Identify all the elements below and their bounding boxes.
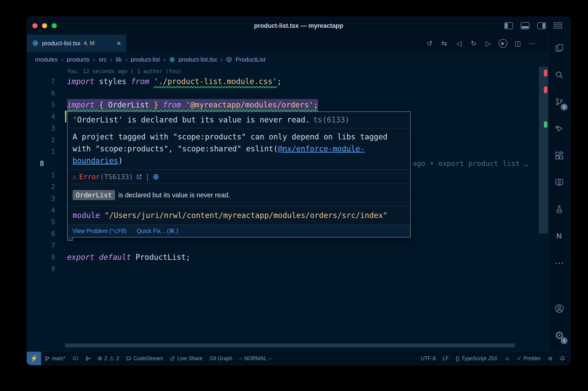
status-bar: ⚡ main*	[27, 352, 570, 365]
braces-icon: {}	[456, 355, 459, 362]
code-line[interactable]: 9	[27, 263, 548, 275]
line-number[interactable]: 6	[27, 87, 67, 99]
statusbar-git-graph[interactable]: Git Graph	[206, 352, 236, 365]
statusbar-language[interactable]: {} TypeScript JSX	[452, 352, 501, 365]
remote-explorer-icon[interactable]	[548, 169, 570, 196]
statusbar-git-graph-button[interactable]	[82, 352, 94, 365]
statusbar-announcement[interactable]	[544, 352, 556, 365]
line-number[interactable]: 8	[27, 158, 67, 169]
popup-resize-grip[interactable]	[68, 237, 73, 241]
breadcrumb-item-products[interactable]: products	[67, 56, 90, 63]
settings-gear-icon[interactable]: ⚙ 1	[548, 322, 570, 349]
code-line[interactable]: 7import styles from './product-list.modu…	[27, 76, 548, 87]
quick-fix-action[interactable]: Quick Fix... (⌘.)	[137, 228, 178, 234]
code-line[interactable]: 8export default ProductList;	[27, 251, 548, 263]
codelens-blame[interactable]: You, 12 seconds ago | 1 author (You)	[67, 67, 548, 76]
statusbar-feedback[interactable]: ☺	[501, 352, 513, 365]
breadcrumb-item-symbol[interactable]: ProductList	[236, 56, 265, 63]
breadcrumb-separator: ›	[163, 56, 165, 63]
error-detail-row: OrderList is declared but its value is n…	[68, 184, 410, 206]
remote-indicator[interactable]: ⚡	[27, 352, 41, 365]
sync-icon[interactable]: ↻	[466, 39, 481, 47]
run-debug-icon[interactable]	[548, 115, 570, 142]
overview-ruler[interactable]	[539, 67, 548, 352]
previous-change-icon[interactable]: ◁	[452, 39, 466, 47]
run-icon[interactable]: ▶	[496, 39, 510, 48]
line-number[interactable]: 9	[27, 263, 67, 275]
close-window-button[interactable]	[32, 23, 37, 28]
line-number[interactable]: 3	[27, 193, 67, 204]
statusbar-encoding[interactable]: UTF-8	[417, 352, 439, 365]
compare-changes-icon[interactable]: ⇆	[437, 39, 452, 47]
customize-layout-icon[interactable]	[554, 22, 563, 29]
explorer-icon[interactable]	[548, 34, 570, 61]
horizontal-scrollbar[interactable]	[65, 343, 515, 347]
breadcrumb-separator: ›	[125, 56, 127, 63]
tab-close-icon[interactable]: ×	[117, 39, 121, 47]
accounts-icon[interactable]	[548, 295, 570, 322]
line-number[interactable]: 7	[27, 76, 67, 87]
line-number[interactable]: 1	[27, 169, 67, 181]
encoding-label: UTF-8	[421, 355, 436, 362]
view-problem-action[interactable]: View Problem (⌥F8)	[73, 228, 127, 234]
statusbar-live-share[interactable]: Live Share	[167, 352, 206, 365]
statusbar-notifications[interactable]	[556, 352, 570, 365]
scm-badge: 5	[561, 103, 568, 110]
tab-label: product-list.tsx	[42, 40, 81, 47]
line-number[interactable]: 8	[27, 251, 67, 263]
line-number[interactable]: 4	[27, 204, 67, 216]
statusbar-publish[interactable]	[69, 352, 82, 365]
nx-console-icon[interactable]: N	[548, 223, 570, 249]
next-change-icon[interactable]: ▷	[481, 39, 496, 47]
error-mark	[544, 87, 547, 93]
breadcrumb: modules › products › src › lib › product…	[27, 52, 548, 67]
branch-label: main*	[52, 355, 66, 362]
statusbar-prettier[interactable]: ✓ Prettier	[513, 352, 544, 365]
line-number[interactable]: 4	[27, 111, 67, 122]
code-line[interactable]: 5import { OrderList } from '@myreactapp/…	[27, 99, 548, 111]
remote-icon: ⚡	[30, 355, 38, 362]
editor[interactable]: You, 12 seconds ago | 1 author (You) 7im…	[27, 67, 548, 352]
testing-icon[interactable]	[548, 196, 570, 223]
statusbar-codestream[interactable]: CodeStream	[123, 352, 167, 365]
line-number[interactable]: 6	[27, 228, 67, 240]
code-line[interactable]: 6	[27, 87, 548, 99]
breadcrumb-item-lib[interactable]: lib	[116, 56, 122, 63]
comment-icon	[126, 356, 131, 361]
external-link-icon[interactable]	[136, 174, 142, 180]
breadcrumb-item-product-list[interactable]: product-list	[131, 56, 160, 63]
extensions-icon[interactable]	[548, 142, 570, 169]
statusbar-vim-mode[interactable]: -- NORMAL --	[236, 352, 275, 365]
breadcrumb-item-modules[interactable]: modules	[35, 56, 58, 63]
more-views-icon[interactable]: ⋯	[548, 249, 570, 276]
split-editor-icon[interactable]: ◫	[510, 39, 525, 47]
line-number[interactable]: 1	[27, 146, 67, 158]
toggle-panel-icon[interactable]	[521, 22, 529, 29]
module-row: module "/Users/juri/nrwl/content/myreact…	[68, 206, 410, 225]
toggle-primary-sidebar-icon[interactable]	[504, 22, 513, 29]
search-icon[interactable]	[548, 61, 570, 88]
zoom-window-button[interactable]	[52, 23, 57, 28]
statusbar-branch[interactable]: main*	[41, 352, 69, 365]
detail-text: is declared but its value is never read.	[118, 191, 230, 199]
statusbar-eol[interactable]: LF	[439, 352, 452, 365]
line-number[interactable]: 7	[27, 240, 67, 251]
line-number[interactable]: 5	[27, 216, 67, 228]
source-control-icon[interactable]: 5	[548, 88, 570, 115]
more-actions-icon[interactable]: ⋯	[525, 39, 540, 47]
minimize-window-button[interactable]	[42, 23, 47, 28]
line-number[interactable]: 3	[27, 122, 67, 134]
history-icon[interactable]: ↺	[422, 39, 437, 47]
code-token: OrderList	[104, 100, 154, 109]
layout-controls	[504, 22, 570, 29]
statusbar-problems[interactable]: ⊗ 2 ⚠ 2	[94, 352, 123, 365]
code-line[interactable]: 7	[27, 240, 548, 251]
breadcrumb-item-file[interactable]: product-list.tsx	[179, 56, 217, 63]
tab-product-list[interactable]: product-list.tsx 4, M ×	[27, 34, 126, 52]
breadcrumb-item-src[interactable]: src	[99, 56, 107, 63]
globe-icon[interactable]	[153, 174, 159, 180]
line-number[interactable]: 2	[27, 181, 67, 193]
line-number[interactable]: 2	[27, 134, 67, 146]
line-number[interactable]: 5	[27, 99, 67, 111]
toggle-secondary-sidebar-icon[interactable]	[537, 22, 546, 29]
